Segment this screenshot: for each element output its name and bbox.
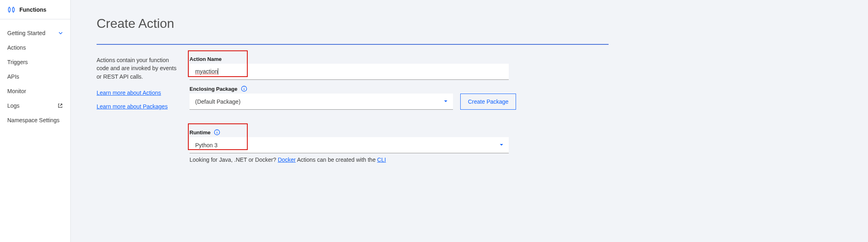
cli-link[interactable]: CLI: [377, 156, 386, 163]
page-title: Create Action: [97, 16, 583, 31]
learn-more-actions-link[interactable]: Learn more about Actions: [97, 90, 178, 96]
action-name-label: Action Name: [190, 56, 221, 62]
action-name-field: Action Name myaction: [190, 56, 609, 80]
external-link-icon: [57, 103, 63, 108]
runtime-hint-text: Looking for Java, .NET or Docker?: [190, 156, 278, 163]
sidebar-nav: Getting Started Actions Triggers APIs Mo…: [0, 19, 70, 127]
runtime-value: Python 3: [195, 142, 217, 148]
functions-logo-icon: [7, 6, 15, 14]
runtime-select[interactable]: Python 3: [190, 137, 509, 153]
caret-down-icon: [443, 98, 448, 105]
sidebar-item-getting-started[interactable]: Getting Started: [0, 26, 70, 40]
description-text: Actions contain your function code and a…: [97, 56, 178, 81]
runtime-hint-text: Actions can be created with the: [296, 156, 377, 163]
sidebar-item-triggers[interactable]: Triggers: [0, 55, 70, 69]
sidebar-item-logs[interactable]: Logs: [0, 98, 70, 113]
sidebar-header: Functions: [0, 0, 70, 19]
section-divider: [97, 44, 609, 45]
enclosing-package-field: Enclosing Package (Default Package): [190, 86, 609, 110]
svg-point-2: [244, 87, 244, 88]
create-package-button[interactable]: Create Package: [460, 94, 516, 110]
caret-down-icon: [499, 142, 504, 148]
runtime-label: Runtime: [190, 129, 211, 136]
chevron-down-icon: [58, 31, 63, 35]
enclosing-package-select[interactable]: (Default Package): [190, 94, 453, 110]
docker-link[interactable]: Docker: [278, 156, 295, 163]
app-layout: Functions Getting Started Actions Trigge…: [0, 0, 868, 242]
info-icon[interactable]: [241, 86, 247, 92]
sidebar-item-apis[interactable]: APIs: [0, 69, 70, 84]
info-icon[interactable]: [214, 129, 220, 136]
runtime-hint: Looking for Java, .NET or Docker? Docker…: [190, 156, 509, 163]
main-content: Create Action Actions contain your funct…: [71, 0, 609, 242]
action-name-input[interactable]: [190, 64, 509, 80]
enclosing-package-label: Enclosing Package: [190, 86, 238, 92]
sidebar-item-monitor[interactable]: Monitor: [0, 84, 70, 98]
sidebar-item-label: Triggers: [7, 59, 28, 65]
runtime-field: Runtime Python 3: [190, 129, 509, 163]
sidebar-item-label: Getting Started: [7, 30, 45, 36]
svg-point-5: [217, 131, 217, 131]
sidebar-item-label: Monitor: [7, 88, 26, 94]
sidebar-item-actions[interactable]: Actions: [0, 40, 70, 55]
sidebar-item-label: Logs: [7, 102, 19, 109]
sidebar-item-label: Namespace Settings: [7, 117, 59, 123]
sidebar: Functions Getting Started Actions Trigge…: [0, 0, 71, 242]
sidebar-item-namespace-settings[interactable]: Namespace Settings: [0, 113, 70, 127]
right-empty-region: [609, 0, 868, 242]
sidebar-item-label: Actions: [7, 44, 26, 51]
enclosing-package-value: (Default Package): [195, 98, 240, 105]
form-column: Action Name myaction Enclosing Package: [190, 56, 609, 163]
form-row: Actions contain your function code and a…: [97, 56, 609, 163]
sidebar-title: Functions: [19, 6, 46, 13]
sidebar-item-label: APIs: [7, 73, 19, 80]
learn-more-packages-link[interactable]: Learn more about Packages: [97, 103, 178, 110]
description-column: Actions contain your function code and a…: [97, 56, 178, 163]
